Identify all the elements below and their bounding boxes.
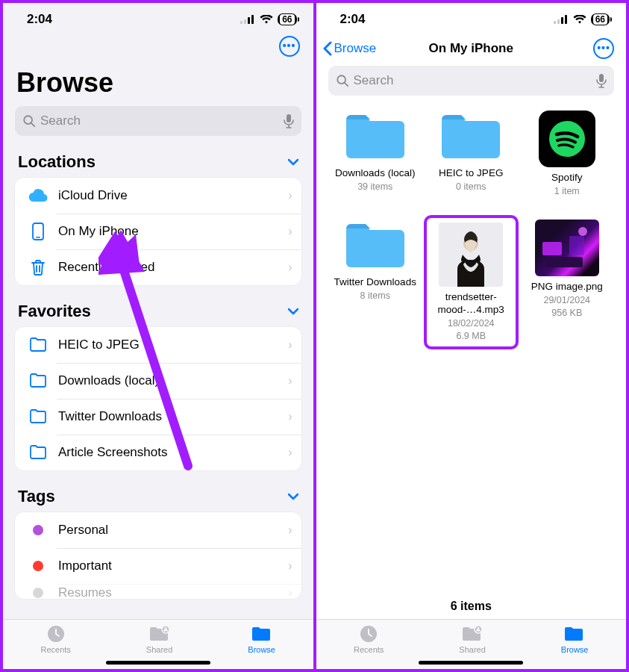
svg-line-5 bbox=[31, 123, 34, 126]
svg-point-29 bbox=[578, 227, 587, 236]
nav-title: On My iPhone bbox=[429, 41, 513, 56]
tab-bar: Recents Shared Browse bbox=[316, 619, 627, 669]
battery-icon: 66 bbox=[591, 13, 610, 25]
file-trendsetter-mp3[interactable]: trendsetter-mood-…4.mp3 18/02/2024 6.9 M… bbox=[424, 215, 519, 349]
favorite-article-screenshots[interactable]: Article Screenshots › bbox=[15, 435, 301, 470]
tab-browse[interactable]: Browse bbox=[561, 624, 589, 654]
home-indicator[interactable] bbox=[106, 661, 210, 665]
svg-rect-3 bbox=[251, 15, 254, 24]
mic-icon[interactable] bbox=[284, 113, 294, 128]
svg-rect-6 bbox=[287, 114, 291, 122]
folder-downloads-local[interactable]: Downloads (local) 39 items bbox=[331, 111, 420, 197]
chevron-left-icon bbox=[322, 41, 333, 56]
svg-rect-0 bbox=[240, 21, 242, 24]
spotify-icon bbox=[539, 111, 595, 167]
shared-folder-icon bbox=[148, 624, 171, 644]
locations-list: iCloud Drive › On My iPhone › Recently D… bbox=[15, 178, 301, 285]
svg-rect-2 bbox=[248, 17, 250, 24]
location-recently-deleted[interactable]: Recently Deleted › bbox=[15, 249, 301, 285]
status-time: 2:04 bbox=[27, 12, 52, 27]
svg-point-4 bbox=[24, 116, 32, 124]
tab-shared[interactable]: Shared bbox=[459, 624, 485, 654]
cellular-icon bbox=[240, 15, 255, 24]
folder-icon bbox=[27, 409, 49, 424]
tags-header[interactable]: Tags bbox=[3, 470, 313, 512]
svg-rect-18 bbox=[561, 17, 563, 24]
search-placeholder: Search bbox=[354, 73, 394, 88]
folder-icon bbox=[563, 624, 586, 644]
chevron-right-icon: › bbox=[288, 189, 292, 202]
mic-icon[interactable] bbox=[596, 73, 607, 88]
chevron-down-icon bbox=[288, 158, 298, 166]
clock-icon bbox=[46, 624, 66, 644]
shared-folder-icon bbox=[461, 624, 484, 644]
file-grid: Downloads (local) 39 items HEIC to JPEG … bbox=[316, 96, 627, 352]
svg-rect-26 bbox=[542, 242, 562, 255]
chevron-right-icon: › bbox=[288, 374, 292, 388]
favorite-twitter-downloads[interactable]: Twitter Downloads › bbox=[15, 399, 301, 435]
page-title: Browse bbox=[3, 57, 313, 106]
wifi-icon bbox=[573, 15, 586, 24]
folder-twitter-downloads[interactable]: Twitter Downloads 8 items bbox=[331, 220, 420, 345]
home-indicator[interactable] bbox=[419, 661, 523, 665]
phone-screen-on-my-iphone: 2:04 66 Browse On My iPhone ••• Search D… bbox=[316, 0, 630, 672]
tab-recents[interactable]: Recents bbox=[354, 624, 384, 654]
chevron-right-icon: › bbox=[288, 410, 292, 423]
search-input[interactable]: Search bbox=[328, 66, 615, 96]
svg-rect-22 bbox=[599, 74, 604, 82]
tab-shared[interactable]: Shared bbox=[146, 624, 172, 654]
svg-point-20 bbox=[337, 75, 345, 84]
svg-rect-8 bbox=[36, 237, 40, 238]
status-bar: 2:04 66 bbox=[316, 3, 627, 33]
chevron-right-icon: › bbox=[288, 523, 292, 537]
tag-dot-icon bbox=[33, 561, 43, 571]
folder-icon bbox=[251, 624, 273, 644]
nav-bar: Browse On My iPhone ••• bbox=[316, 33, 627, 66]
status-time: 2:04 bbox=[340, 12, 366, 27]
chevron-right-icon: › bbox=[288, 586, 292, 599]
chevron-right-icon: › bbox=[288, 559, 292, 573]
more-options-button[interactable]: ••• bbox=[593, 38, 614, 59]
svg-line-21 bbox=[345, 83, 348, 86]
tag-important[interactable]: Important › bbox=[15, 548, 301, 584]
svg-rect-17 bbox=[557, 19, 560, 24]
favorites-list: HEIC to JPEG › Downloads (local) › Twitt… bbox=[15, 327, 301, 470]
wifi-icon bbox=[260, 15, 273, 24]
svg-rect-27 bbox=[545, 257, 583, 267]
chevron-right-icon: › bbox=[288, 225, 292, 238]
svg-rect-19 bbox=[565, 15, 567, 24]
tag-dot-icon bbox=[33, 588, 43, 598]
tag-personal[interactable]: Personal › bbox=[15, 512, 301, 548]
trash-icon bbox=[27, 259, 49, 276]
favorite-heic-to-jpeg[interactable]: HEIC to JPEG › bbox=[15, 327, 301, 363]
phone-icon bbox=[27, 223, 49, 240]
tab-browse[interactable]: Browse bbox=[248, 624, 275, 654]
phone-screen-browse: 2:04 66 ••• Browse Search Locations bbox=[0, 0, 316, 672]
folder-heic-to-jpeg[interactable]: HEIC to JPEG 0 items bbox=[427, 111, 516, 197]
chevron-right-icon: › bbox=[288, 446, 292, 459]
file-png-image[interactable]: PNG image.png 29/01/2024 956 KB bbox=[523, 220, 612, 345]
tags-list: Personal › Important › Resumes › bbox=[15, 512, 301, 599]
folder-icon bbox=[27, 445, 49, 460]
location-icloud-drive[interactable]: iCloud Drive › bbox=[15, 178, 301, 214]
more-options-button[interactable]: ••• bbox=[279, 36, 300, 57]
tag-dot-icon bbox=[33, 525, 43, 535]
clock-icon bbox=[358, 624, 379, 644]
search-icon bbox=[336, 74, 349, 87]
location-on-my-iphone[interactable]: On My iPhone › bbox=[15, 214, 301, 249]
search-input[interactable]: Search bbox=[15, 106, 301, 136]
locations-header[interactable]: Locations bbox=[3, 136, 313, 178]
tag-resumes[interactable]: Resumes › bbox=[15, 584, 301, 599]
chevron-down-icon bbox=[288, 493, 298, 500]
status-bar: 2:04 66 bbox=[3, 3, 313, 33]
battery-icon: 66 bbox=[278, 13, 296, 25]
search-icon bbox=[22, 114, 36, 128]
favorites-header[interactable]: Favorites bbox=[3, 285, 313, 327]
tab-recents[interactable]: Recents bbox=[40, 624, 70, 654]
favorite-downloads-local[interactable]: Downloads (local) › bbox=[15, 363, 301, 399]
tab-bar: Recents Shared Browse bbox=[3, 619, 313, 669]
back-button[interactable]: Browse bbox=[322, 41, 377, 56]
cloud-icon bbox=[27, 189, 49, 202]
svg-rect-28 bbox=[569, 236, 584, 255]
folder-spotify[interactable]: Spotify 1 item bbox=[523, 111, 612, 197]
